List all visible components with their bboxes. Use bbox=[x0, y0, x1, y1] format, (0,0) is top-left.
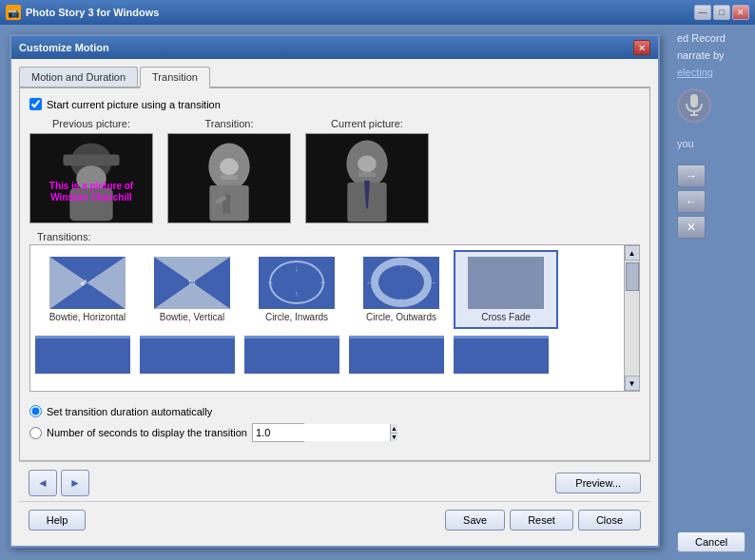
transition-cross-fade[interactable]: Cross Fade bbox=[454, 250, 558, 329]
arrow-left-button[interactable]: ← bbox=[677, 190, 706, 213]
arrow-right-button[interactable]: → bbox=[677, 164, 706, 187]
transition-circle-in[interactable]: ↓ ↑ → ← Circle, Inwards bbox=[244, 250, 349, 329]
close-button[interactable]: Close bbox=[578, 510, 641, 531]
dialog-bottom: ◄ ► Preview... bbox=[19, 461, 650, 501]
circle-in-icon: ↓ ↑ → ← bbox=[259, 257, 335, 309]
partial-transition-1[interactable] bbox=[35, 336, 130, 374]
maximize-button[interactable]: □ bbox=[713, 5, 730, 20]
auto-duration-label: Set transition duration automatically bbox=[47, 406, 212, 417]
previous-picture-svg bbox=[30, 133, 152, 223]
circle-out-label: Circle, Outwards bbox=[366, 312, 436, 322]
duration-spinbox: ▲ ▼ bbox=[252, 423, 304, 442]
bowtie-h-icon: ↙↗ bbox=[49, 257, 126, 309]
mic-icon bbox=[677, 88, 711, 123]
dialog-close-button[interactable]: ✕ bbox=[633, 40, 650, 55]
svg-text:↑: ↑ bbox=[295, 289, 300, 299]
dialog-title: Customize Motion bbox=[19, 42, 109, 53]
main-area: Customize Motion ✕ Motion and Duration T… bbox=[0, 25, 755, 560]
transitions-grid: ↙↗ Bowtie, Horizontal bbox=[30, 245, 624, 334]
spin-arrows: ▲ ▼ bbox=[390, 424, 397, 441]
spacer bbox=[90, 510, 440, 531]
svg-text:↓: ↓ bbox=[399, 295, 404, 304]
tab-strip: Motion and Duration Transition bbox=[19, 67, 650, 88]
right-panel: ed Record narrate by electing you → ← ✕ … bbox=[669, 25, 755, 560]
scroll-up-button[interactable]: ▲ bbox=[625, 245, 640, 261]
arrow-buttons: → ← ✕ bbox=[677, 164, 747, 239]
start-transition-label: Start current picture using a transition bbox=[47, 99, 221, 110]
svg-rect-37 bbox=[690, 94, 698, 107]
transitions-inner: ↙↗ Bowtie, Horizontal bbox=[30, 245, 624, 391]
start-transition-checkbox[interactable] bbox=[29, 98, 42, 110]
right-link[interactable]: electing bbox=[677, 67, 747, 78]
cross-fade-icon bbox=[468, 257, 544, 309]
cross-fade-label: Cross Fade bbox=[481, 312, 531, 322]
transition-preview-item: Transition: bbox=[167, 118, 291, 223]
transition-circle-out[interactable]: ↑ ↓ ← → Circle, Outwards bbox=[349, 250, 454, 329]
next-nav-button[interactable]: ► bbox=[61, 470, 89, 496]
app-icon: 📷 bbox=[6, 5, 21, 20]
svg-rect-36 bbox=[468, 257, 544, 309]
spin-up-button[interactable]: ▲ bbox=[391, 424, 397, 434]
previous-picture-preview: This is a picture ofWinston Churchill bbox=[29, 133, 153, 223]
circle-out-icon: ↑ ↓ ← → bbox=[363, 257, 439, 309]
partial-transition-5[interactable] bbox=[454, 336, 549, 374]
transition-bowtie-h[interactable]: ↙↗ Bowtie, Horizontal bbox=[35, 250, 140, 329]
options-area: Set transition duration automatically Nu… bbox=[29, 399, 640, 448]
reset-button[interactable]: Reset bbox=[510, 510, 573, 531]
scroll-thumb[interactable] bbox=[626, 262, 639, 291]
svg-text:↑↓: ↑↓ bbox=[187, 277, 197, 287]
dialog-title-bar: Customize Motion ✕ bbox=[11, 36, 658, 59]
minimize-button[interactable]: — bbox=[694, 5, 711, 20]
main-buttons: Help Save Reset Close bbox=[19, 501, 650, 538]
watermark: This is a picture ofWinston Churchill bbox=[40, 181, 143, 203]
help-button[interactable]: Help bbox=[29, 510, 86, 531]
arrow-x-button[interactable]: ✕ bbox=[677, 216, 706, 239]
cancel-button[interactable]: Cancel bbox=[677, 531, 745, 552]
manual-duration-radio[interactable] bbox=[29, 427, 42, 439]
tab-motion-duration[interactable]: Motion and Duration bbox=[19, 67, 138, 87]
title-bar: 📷 Photo Story 3 for Windows — □ ✕ bbox=[0, 0, 755, 25]
customize-motion-dialog: Customize Motion ✕ Motion and Duration T… bbox=[10, 34, 660, 548]
bowtie-v-label: Bowtie, Vertical bbox=[160, 312, 224, 322]
bowtie-h-arrows: ↙↗ bbox=[49, 257, 126, 309]
title-bar-left: 📷 Photo Story 3 for Windows bbox=[6, 5, 159, 20]
transitions-section: Transitions: bbox=[29, 231, 640, 392]
transition-tab-content: Start current picture using a transition… bbox=[19, 88, 650, 461]
partial-transition-4[interactable] bbox=[349, 336, 444, 374]
auto-duration-radio[interactable] bbox=[29, 405, 42, 417]
svg-point-8 bbox=[220, 158, 239, 175]
transition-svg bbox=[168, 133, 290, 223]
svg-text:→: → bbox=[266, 278, 275, 287]
right-text-1: ed Record bbox=[677, 32, 747, 44]
mic-svg bbox=[685, 94, 704, 117]
bowtie-v-icon: ↑↓ bbox=[154, 257, 230, 309]
save-button[interactable]: Save bbox=[445, 510, 505, 531]
current-picture-item: Current picture: bbox=[305, 118, 429, 223]
svg-text:←: ← bbox=[319, 278, 328, 287]
right-text-2: narrate by bbox=[677, 49, 747, 61]
preview-button[interactable]: Preview... bbox=[555, 473, 641, 493]
svg-text:→: → bbox=[429, 278, 437, 287]
duration-input[interactable] bbox=[253, 424, 390, 441]
previous-nav-button[interactable]: ◄ bbox=[29, 470, 57, 496]
win-controls: — □ ✕ bbox=[694, 5, 749, 20]
svg-rect-2 bbox=[63, 154, 119, 165]
spin-down-button[interactable]: ▼ bbox=[391, 434, 397, 442]
svg-rect-9 bbox=[221, 175, 238, 180]
circle-in-label: Circle, Inwards bbox=[265, 312, 328, 322]
svg-text:↙↗: ↙↗ bbox=[80, 277, 95, 287]
current-picture-preview bbox=[305, 133, 429, 223]
bowtie-h-svg: ↙↗ bbox=[49, 257, 126, 309]
svg-marker-22 bbox=[154, 282, 230, 309]
close-app-button[interactable]: ✕ bbox=[732, 5, 749, 20]
bowtie-v-svg: ↑↓ bbox=[154, 257, 230, 309]
bowtie-h-label: Bowtie, Horizontal bbox=[49, 312, 126, 322]
transition-bowtie-v[interactable]: ↑↓ Bowtie, Vertical bbox=[140, 250, 244, 329]
partial-transition-2[interactable] bbox=[140, 336, 235, 374]
nav-buttons: ◄ ► bbox=[29, 470, 89, 496]
partial-transition-3[interactable] bbox=[244, 336, 339, 374]
tab-transition[interactable]: Transition bbox=[140, 67, 210, 88]
transition-preview bbox=[167, 133, 291, 223]
scroll-down-button[interactable]: ▼ bbox=[625, 376, 640, 391]
preview-row: Previous picture: This is a picture ofWi… bbox=[29, 118, 640, 223]
